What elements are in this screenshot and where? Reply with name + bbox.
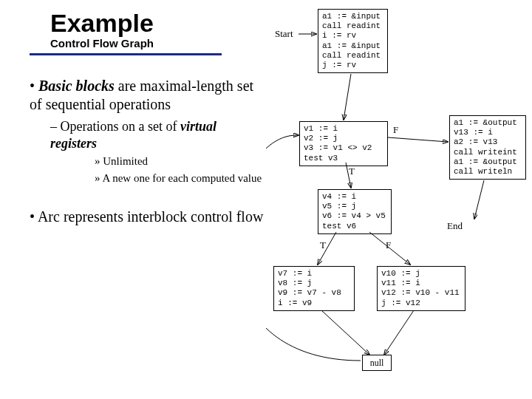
- node-entry: a1 := &input call readint i := rv a1 := …: [318, 9, 388, 73]
- node-null: null: [362, 355, 392, 371]
- slide-subtitle: Control Flow Graph: [50, 37, 154, 50]
- bullet-2: Arc represents interblock control flow: [30, 208, 266, 226]
- bullet-1-sub-sub-a: Unlimited: [95, 154, 266, 168]
- end-label: End: [447, 220, 463, 232]
- node-sub-ji: v10 := j v11 := i v12 := v10 - v11 j := …: [377, 266, 466, 311]
- bullet-2-text: Arc represents interblock control flow: [38, 208, 263, 225]
- bullet-1-emph: Basic blocks: [38, 78, 115, 94]
- svg-line-7: [321, 310, 369, 355]
- slide-title: Example: [50, 9, 154, 38]
- edge-label-t1: T: [349, 166, 355, 177]
- node-sub-ij: v7 := i v8 := j v9 := v7 - v8 i := v9: [273, 266, 355, 311]
- bullet-1-sub-pre: Operations on a set of: [61, 119, 180, 134]
- start-label: Start: [275, 28, 293, 40]
- svg-line-1: [344, 74, 351, 120]
- cfg-diagram: Start a1 := &input call readint i := rv …: [266, 6, 529, 398]
- edge-label-f2: F: [386, 239, 391, 251]
- edge-label-t2: T: [320, 239, 326, 251]
- bullet-1-sub-sub-b: A new one for each computed value: [95, 171, 266, 185]
- node-test1: v1 := i v2 := j v3 := v1 <> v2 test v3: [299, 121, 388, 166]
- svg-line-8: [384, 310, 414, 355]
- svg-line-4: [474, 180, 484, 219]
- bullet-spacer: [30, 193, 266, 208]
- node-output: a1 := &output v13 := i a2 := v13 call wr…: [449, 115, 526, 180]
- title-rule: [30, 53, 222, 55]
- bullet-content: Basic blocks are maximal-length set of s…: [30, 77, 266, 233]
- edge-label-f1: F: [393, 124, 398, 136]
- svg-line-2: [388, 137, 448, 142]
- node-test2: v4 := i v5 := j v6 := v4 > v5 test v6: [318, 189, 392, 234]
- cfg-arrows: [266, 6, 529, 398]
- bullet-1: Basic blocks are maximal-length set of s…: [30, 77, 266, 185]
- bullet-1-sub: Operations on a set of virtual registers…: [50, 118, 266, 185]
